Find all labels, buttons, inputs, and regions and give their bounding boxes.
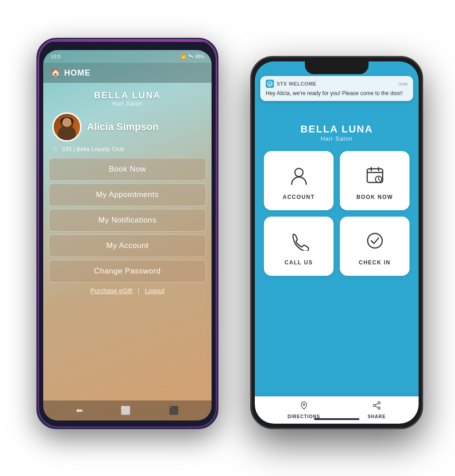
account-icon — [289, 165, 309, 188]
svg-rect-6 — [367, 169, 383, 182]
android-recents-icon[interactable]: ⬛ — [169, 405, 179, 415]
android-nav-bar: 🏠 HOME — [43, 63, 212, 83]
change-password-button[interactable]: Change Password — [49, 260, 206, 283]
android-bottom-nav: ⬅ ⬜ ⬛ — [43, 400, 212, 420]
android-home-nav-icon[interactable]: ⬜ — [121, 405, 131, 415]
notification-banner: STX WELCOME now Hey Alicia, we're ready … — [260, 76, 413, 101]
book-now-label: BOOK NOW — [356, 194, 393, 200]
scene: 13:0 📶 📡 88% 🏠 HOME BELLA LUNA Hair Salo… — [23, 20, 432, 456]
svg-point-12 — [303, 404, 305, 405]
checkin-icon — [365, 231, 385, 254]
purchase-egift-link[interactable]: Purchase eGift — [90, 287, 132, 294]
android-screen: 13:0 📶 📡 88% 🏠 HOME BELLA LUNA Hair Salo… — [43, 50, 212, 420]
share-button[interactable]: SHARE — [368, 401, 386, 419]
android-salon-title: BELLA LUNA — [94, 90, 161, 101]
svg-point-11 — [368, 233, 382, 248]
android-salon-subtitle: Hair Salon — [94, 101, 161, 107]
android-back-icon[interactable]: ⬅ — [76, 405, 83, 415]
battery-indicator: 88% — [195, 54, 204, 59]
call-us-card[interactable]: CALL US — [264, 217, 334, 276]
book-now-button[interactable]: Book Now — [49, 158, 206, 181]
android-salon-name: BELLA LUNA Hair Salon — [94, 90, 161, 107]
notif-message: Hey Alicia, we're ready for you! Please … — [266, 90, 408, 97]
bottom-links: Purchase eGift | Logout — [90, 287, 164, 294]
grid-buttons: ACCOUNT — [264, 151, 410, 276]
notif-time: now — [399, 81, 408, 86]
iphone-salon-subtitle: Hair Salon — [300, 135, 373, 142]
iphone-salon-name: BELLA LUNA Hair Salon — [300, 123, 373, 142]
loyalty-row: ☆ 235 | Bella Loyalty Club — [43, 145, 212, 152]
android-nav-title: HOME — [64, 68, 91, 78]
android-status-bar: 13:0 📶 📡 88% — [43, 50, 212, 63]
iphone-screen: STX WELCOME now Hey Alicia, we're ready … — [255, 61, 419, 424]
iphone-notch — [305, 61, 369, 74]
svg-point-14 — [373, 405, 375, 407]
home-indicator — [314, 418, 359, 420]
logout-link[interactable]: Logout — [145, 287, 165, 294]
notif-app-info: STX WELCOME — [266, 80, 316, 88]
android-phone: 13:0 📶 📡 88% 🏠 HOME BELLA LUNA Hair Salo… — [36, 38, 218, 429]
account-card[interactable]: ACCOUNT — [264, 151, 334, 210]
svg-point-15 — [378, 407, 380, 410]
android-time: 13:0 — [51, 54, 60, 59]
my-notifications-button[interactable]: My Notifications — [49, 209, 206, 232]
notif-app-name: STX WELCOME — [277, 81, 316, 86]
wifi-icon: 📶 — [181, 54, 186, 59]
menu-buttons: Book Now My Appointments My Notification… — [43, 158, 212, 283]
svg-line-17 — [375, 406, 378, 408]
notif-header: STX WELCOME now — [266, 80, 408, 88]
android-content: BELLA LUNA Hair Salon — [43, 83, 212, 400]
iphone: STX WELCOME now Hey Alicia, we're ready … — [250, 56, 423, 429]
account-label: ACCOUNT — [283, 194, 315, 200]
iphone-content: BELLA LUNA Hair Salon ACCOUNT — [255, 116, 419, 396]
home-icon: 🏠 — [51, 68, 61, 78]
avatar — [52, 112, 81, 142]
links-separator: | — [138, 287, 140, 294]
call-us-label: CALL US — [284, 259, 313, 266]
pin-icon — [299, 401, 308, 412]
iphone-salon-title: BELLA LUNA — [300, 123, 373, 135]
loyalty-text: 235 | Bella Loyalty Club — [62, 146, 124, 152]
svg-point-3 — [62, 118, 71, 127]
check-in-card[interactable]: CHECK IN — [340, 217, 410, 276]
signal-icon: 📡 — [188, 54, 193, 59]
my-account-button[interactable]: My Account — [49, 234, 206, 257]
svg-point-5 — [295, 168, 303, 177]
svg-line-16 — [375, 403, 378, 405]
share-label: SHARE — [368, 414, 386, 419]
svg-point-13 — [378, 402, 380, 404]
check-in-label: CHECK IN — [359, 259, 390, 266]
calendar-icon — [365, 165, 385, 188]
my-appointments-button[interactable]: My Appointments — [49, 183, 206, 206]
phone-icon — [289, 231, 309, 254]
notif-app-icon — [266, 80, 274, 88]
user-name: Alicia Simpson — [87, 121, 159, 133]
directions-button[interactable]: DIRECTIONS — [288, 401, 320, 419]
svg-point-4 — [268, 81, 272, 86]
user-profile: Alicia Simpson — [43, 112, 212, 142]
star-icon: ☆ — [52, 145, 58, 152]
share-icon — [372, 401, 381, 412]
book-now-card[interactable]: BOOK NOW — [340, 151, 410, 210]
